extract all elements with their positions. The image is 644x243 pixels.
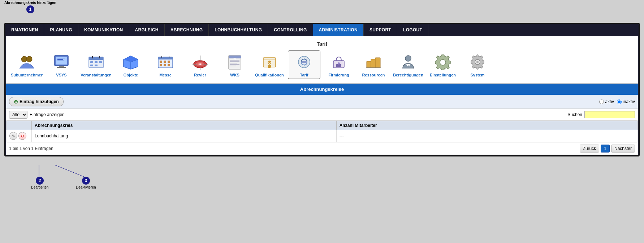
icon-tarif[interactable]: Tarif xyxy=(288,50,320,79)
icon-vsys[interactable]: VSYS xyxy=(45,50,78,79)
tarif-label: Tarif xyxy=(300,73,308,77)
toolbar-row: ⊕ Eintrag hinzufügen aktiv inaktiv xyxy=(6,95,638,109)
nav-abrechnung[interactable]: ABRECHNUNG xyxy=(165,24,209,36)
icon-messe[interactable]: Messe xyxy=(149,50,182,79)
radio-inaktiv-label[interactable]: inaktiv xyxy=(617,99,635,104)
icon-firmierung[interactable]: Firmierung xyxy=(323,50,355,79)
radio-aktiv-label[interactable]: aktiv xyxy=(599,99,614,104)
vsys-icon xyxy=(51,52,72,72)
svg-rect-6 xyxy=(57,58,65,58)
veranstaltungen-icon xyxy=(85,52,107,72)
navbar: RMATIONEN PLANUNG KOMMUNIKATION ABGLEICH… xyxy=(5,24,639,36)
nav-planung[interactable]: PLANUNG xyxy=(44,24,78,36)
tarif-section: Tarif Subunternehmer xyxy=(6,36,638,84)
action-buttons: ✎ ⊖ xyxy=(9,132,29,140)
svg-rect-31 xyxy=(164,64,166,66)
einstellungen-label: Einstellungen xyxy=(430,73,456,77)
svg-rect-24 xyxy=(158,57,173,59)
entries-select[interactable]: Alle 10 25 50 xyxy=(9,111,27,119)
radio-aktiv[interactable] xyxy=(599,100,604,104)
revier-icon xyxy=(189,52,211,72)
revier-label: Revier xyxy=(194,73,206,77)
svg-rect-47 xyxy=(230,64,239,65)
abrechnungskreise-section: Abrechnungskreise ⊕ Eintrag hinzufügen a… xyxy=(6,84,638,155)
icon-berechtigungen[interactable]: Berechtigungen xyxy=(392,50,424,79)
deactivate-button[interactable]: ⊖ xyxy=(18,132,26,140)
nav-lohnbuchhaltung[interactable]: LOHNBUCHHALTUNG xyxy=(209,24,268,36)
filter-row: Alle 10 25 50 Einträge anzeigen Suchen xyxy=(6,109,638,121)
veranstaltungen-label: Veranstaltungen xyxy=(81,73,112,77)
nav-controlling[interactable]: CONTROLLING xyxy=(268,24,313,36)
ressourcen-icon xyxy=(363,52,384,72)
firmierung-icon xyxy=(328,52,350,72)
icon-wks[interactable]: W WKS xyxy=(219,50,251,79)
svg-rect-28 xyxy=(164,61,166,63)
system-icon xyxy=(467,52,488,72)
nav-support[interactable]: SUPPORT xyxy=(364,24,397,36)
next-button[interactable]: Nächster xyxy=(611,145,635,153)
wks-label: WKS xyxy=(230,73,239,77)
icon-objekte[interactable]: Objekte xyxy=(114,50,147,79)
nav-informationen[interactable]: RMATIONEN xyxy=(5,24,44,36)
table-row: ✎ ⊖ Lohnbuchhaltung --- xyxy=(7,130,638,142)
nav-abgleich[interactable]: ABGLEICH xyxy=(129,24,165,36)
radio-aktiv-text: aktiv xyxy=(605,99,614,104)
annotation-circle-1: 1 xyxy=(26,5,34,13)
page-1-button[interactable]: 1 xyxy=(601,145,610,153)
svg-rect-17 xyxy=(95,65,98,66)
svg-point-67 xyxy=(476,61,479,63)
add-icon: ⊕ xyxy=(14,99,18,105)
icon-ressourcen[interactable]: Ressourcen xyxy=(357,50,390,79)
pagination-row: 1 bis 1 von 1 Einträgen Zurück 1 Nächste… xyxy=(6,142,638,155)
svg-rect-58 xyxy=(336,64,341,67)
nav-kommunikation[interactable]: KOMMUNIKATION xyxy=(78,24,129,36)
svg-rect-44 xyxy=(230,60,239,61)
add-entry-button[interactable]: ⊕ Eintrag hinzufügen xyxy=(9,97,64,106)
icon-qualifikationen[interactable]: Q Qualifikationen xyxy=(253,50,286,79)
nav-logout[interactable]: LOGOUT xyxy=(397,24,428,36)
row-actions: ✎ ⊖ xyxy=(7,130,32,142)
svg-point-64 xyxy=(405,56,411,61)
objekte-icon xyxy=(120,52,142,72)
messe-label: Messe xyxy=(159,73,172,77)
svg-rect-5 xyxy=(57,67,66,68)
annotation-label-3: Deaktivieren xyxy=(76,185,96,189)
qualifikationen-icon: Q xyxy=(259,52,280,72)
edit-button[interactable]: ✎ xyxy=(9,132,17,140)
search-label: Suchen xyxy=(567,112,582,117)
col-anzahl-mitarbeiter: Anzahl Mitarbeiter xyxy=(336,121,637,130)
icon-veranstaltungen[interactable]: Veranstaltungen xyxy=(80,50,112,79)
tarif-title: Tarif xyxy=(10,39,634,50)
svg-rect-7 xyxy=(57,59,63,60)
svg-point-65 xyxy=(440,59,446,65)
radio-inaktiv[interactable] xyxy=(617,100,622,104)
annotation-label-1: Abrechnungskreis hinzufügen xyxy=(4,1,56,5)
icon-einstellungen[interactable]: Einstellungen xyxy=(427,50,459,79)
objekte-label: Objekte xyxy=(124,73,138,77)
section-title: Abrechnungskreise xyxy=(6,84,638,95)
svg-rect-32 xyxy=(168,64,170,66)
svg-rect-4 xyxy=(59,66,64,67)
ressourcen-label: Ressourcen xyxy=(362,73,385,77)
svg-rect-46 xyxy=(230,63,237,63)
annotation-label-2: Bearbeiten xyxy=(31,185,48,189)
col-abrechnungskreis: Abrechnungskreis xyxy=(32,121,337,130)
icon-subunternehmer[interactable]: Subunternehmer xyxy=(10,50,43,79)
svg-rect-48 xyxy=(230,66,236,66)
subunternehmer-icon xyxy=(16,52,38,72)
messe-icon xyxy=(155,52,176,72)
svg-rect-29 xyxy=(168,61,170,63)
search-input[interactable] xyxy=(584,111,635,118)
qualifikationen-label: Qualifikationen xyxy=(255,73,284,77)
svg-rect-8 xyxy=(57,61,64,61)
back-button[interactable]: Zurück xyxy=(580,145,600,153)
data-table: Abrechnungskreis Anzahl Mitarbeiter ✎ ⊖ xyxy=(6,121,638,142)
icon-system[interactable]: System xyxy=(461,50,494,79)
pagination-controls: Zurück 1 Nächster xyxy=(580,145,635,153)
icon-revier[interactable]: Revier xyxy=(184,50,216,79)
nav-administration[interactable]: ADMINISTRATION xyxy=(313,24,364,36)
berechtigungen-label: Berechtigungen xyxy=(393,73,423,77)
einstellungen-icon xyxy=(432,52,454,72)
tarif-icon xyxy=(293,52,315,72)
svg-line-69 xyxy=(55,165,84,177)
